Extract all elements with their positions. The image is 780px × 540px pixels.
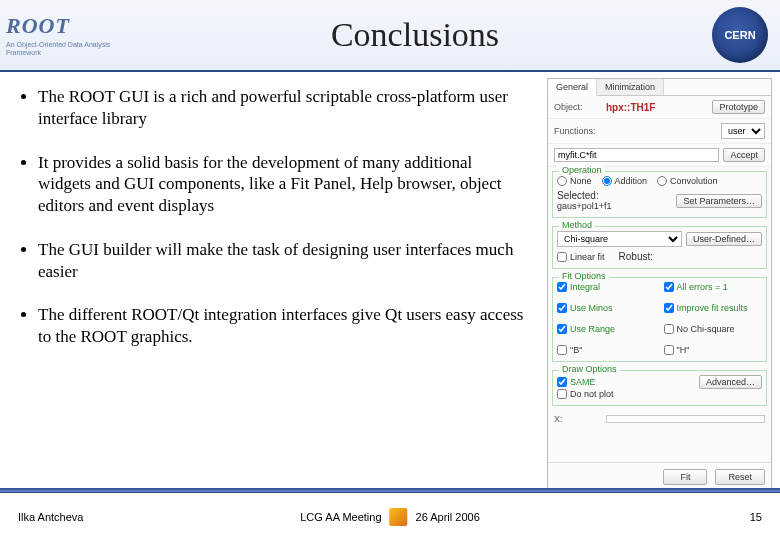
- operation-title: Operation: [559, 165, 605, 175]
- method-select[interactable]: Chi-square: [557, 231, 682, 247]
- operation-radios: None Addition Convolution: [557, 176, 762, 186]
- reset-button[interactable]: Reset: [715, 469, 765, 485]
- radio-convolution[interactable]: Convolution: [657, 176, 718, 186]
- root-logo: ROOT An Object-Oriented Data Analysis Fr…: [0, 0, 130, 70]
- header-bar: ROOT An Object-Oriented Data Analysis Fr…: [0, 0, 780, 72]
- bullet-list: The ROOT GUI is a rich and powerful scri…: [0, 72, 547, 492]
- draw-options-group: Draw Options SAME Advanced… Do not plot: [552, 370, 767, 406]
- x-label: X:: [554, 414, 602, 424]
- check-useminos[interactable]: Use Minos: [557, 303, 656, 313]
- author-name: Ilka Antcheva: [18, 511, 83, 523]
- fit-panel: General Minimization Object: hpx::TH1F P…: [547, 78, 772, 492]
- panel-tabs: General Minimization: [548, 79, 771, 96]
- cern-logo: CERN: [700, 0, 780, 70]
- slide-content: The ROOT GUI is a rich and powerful scri…: [0, 72, 780, 492]
- check-nochisq[interactable]: No Chi-square: [664, 324, 763, 334]
- fit-options-title: Fit Options: [559, 271, 609, 281]
- selected-label: Selected:: [557, 190, 672, 201]
- draw-options-title: Draw Options: [559, 364, 620, 374]
- check-same[interactable]: SAME: [557, 377, 596, 387]
- tab-general[interactable]: General: [548, 79, 597, 96]
- meeting-name: LCG AA Meeting: [300, 511, 381, 523]
- functions-label: Functions:: [554, 126, 602, 136]
- check-b[interactable]: "B": [557, 345, 656, 355]
- prototype-button[interactable]: Prototype: [712, 100, 765, 114]
- selected-value: gaus+pol1+f1: [557, 201, 672, 211]
- object-value: hpx::TH1F: [606, 102, 655, 113]
- slide-title: Conclusions: [331, 16, 499, 54]
- root-logo-subtitle: An Object-Oriented Data Analysis Framewo…: [6, 41, 124, 56]
- linear-fit-check[interactable]: Linear fit: [557, 251, 605, 262]
- check-h[interactable]: "H": [664, 345, 763, 355]
- operation-group: Operation None Addition Convolution Sele…: [552, 171, 767, 218]
- panel-bottom-buttons: Fit Reset: [548, 462, 771, 491]
- cern-badge: CERN: [712, 7, 768, 63]
- setparams-button[interactable]: Set Parameters…: [676, 194, 762, 208]
- accept-button[interactable]: Accept: [723, 148, 765, 162]
- page-number: 15: [750, 511, 762, 523]
- object-row: Object: hpx::TH1F Prototype: [548, 96, 771, 119]
- check-improve[interactable]: Improve fit results: [664, 303, 763, 313]
- bullet-item: The different ROOT/Qt integration interf…: [38, 304, 529, 348]
- method-group: Method Chi-square User-Defined… Linear f…: [552, 226, 767, 269]
- robust-label: Robust:: [619, 251, 653, 262]
- x-range-row: X:: [548, 410, 771, 428]
- advanced-button[interactable]: Advanced…: [699, 375, 762, 389]
- fit-button[interactable]: Fit: [663, 469, 707, 485]
- bullet-item: The GUI builder will make the task of de…: [38, 239, 529, 283]
- functions-row: Functions: user: [548, 119, 771, 144]
- x-slider[interactable]: [606, 415, 765, 423]
- userfile-row: Accept: [548, 144, 771, 167]
- tab-minimization[interactable]: Minimization: [597, 79, 664, 95]
- check-noplot[interactable]: Do not plot: [557, 389, 762, 399]
- root-logo-text: ROOT: [6, 13, 124, 39]
- fit-options-group: Fit Options Integral Use Minos Use Range…: [552, 277, 767, 362]
- userfile-input[interactable]: [554, 148, 719, 162]
- bullet-item: It provides a solid basis for the develo…: [38, 152, 529, 217]
- radio-none[interactable]: None: [557, 176, 592, 186]
- lcg-icon: [390, 508, 408, 526]
- object-label: Object:: [554, 102, 602, 112]
- bullet-item: The ROOT GUI is a rich and powerful scri…: [38, 86, 529, 130]
- userdef-button[interactable]: User-Defined…: [686, 232, 762, 246]
- check-allerrors[interactable]: All errors = 1: [664, 282, 763, 292]
- title-area: Conclusions: [130, 0, 700, 70]
- footer: Ilka Antcheva LCG AA Meeting 26 April 20…: [0, 492, 780, 540]
- functions-select[interactable]: user: [721, 123, 765, 139]
- radio-addition[interactable]: Addition: [602, 176, 648, 186]
- method-title: Method: [559, 220, 595, 230]
- footer-date: 26 April 2006: [416, 511, 480, 523]
- check-integral[interactable]: Integral: [557, 282, 656, 292]
- check-userange[interactable]: Use Range: [557, 324, 656, 334]
